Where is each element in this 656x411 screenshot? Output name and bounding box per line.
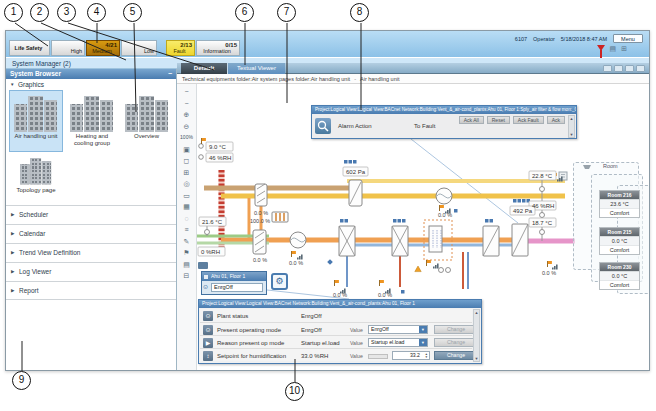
room-name: Room 216 (600, 191, 639, 199)
tab-textual-viewer[interactable]: Textual Viewer (227, 63, 285, 74)
datetime: 5/18/2018 8:47 AM (561, 36, 607, 42)
system-manager-label: System Manager (2) (12, 60, 71, 67)
mode-icon: ▶ (203, 338, 213, 348)
recirc-damper-a-value: 0.0 % (254, 210, 268, 216)
change-button[interactable]: Change (434, 325, 478, 334)
value-label: Value (350, 353, 363, 359)
scroll-down-icon[interactable]: ▼ (570, 132, 574, 137)
lasso-icon[interactable]: ◌ (184, 214, 188, 223)
ack-all-button[interactable]: Ack All (459, 116, 484, 124)
spinner-arrows-icon[interactable]: ▲▼ (425, 353, 428, 359)
flag-icon[interactable]: ⚑ (183, 248, 189, 257)
extract-humidity-value: 0 %RH (201, 249, 220, 255)
extract-fan-speed-value: 0.0 % (289, 260, 303, 266)
property-name: Reason present op mode (217, 340, 284, 346)
minus-icon[interactable]: − (184, 87, 188, 96)
sidebar-item-scheduler[interactable]: ▶Scheduler (6, 205, 176, 224)
select-rect-icon[interactable]: ▭ (183, 191, 190, 200)
setpoint-slider[interactable] (368, 354, 388, 359)
properties-popup-scrollbar[interactable]: ▲▼ (473, 309, 480, 362)
graphics-tile-overview[interactable]: Overview (120, 90, 173, 152)
station-id: 6107 (515, 36, 527, 42)
property-row: ▶ Reason present op mode Startup el.load… (200, 335, 472, 348)
life-safety-button[interactable]: Life Safety (9, 40, 50, 56)
building-icon (125, 94, 169, 132)
pan-icon[interactable]: ⊞ (184, 168, 190, 177)
app-window: Life Safety High 4/21Medium Low 2/13Faul… (5, 30, 650, 371)
magnifier-icon[interactable]: ◎ (183, 179, 189, 188)
graphics-tile-air-handling-unit[interactable]: Air handling unit (9, 90, 63, 152)
fault-alarms-button[interactable]: 2/13Fault (166, 40, 195, 56)
alarm-buttons: Ack All Reset Ack Fault Ack (459, 116, 565, 124)
settings-button[interactable]: ⚙ (271, 273, 288, 290)
layout-icon-4[interactable] (636, 65, 645, 72)
minimize-icon[interactable]: − (168, 69, 172, 79)
alarm-popup-scrollbar[interactable]: ▲▼ (568, 115, 575, 138)
operating-mode-dropdown[interactable]: EnrgOff▾ (368, 325, 428, 334)
dropdown-arrow-icon: ▾ (419, 339, 427, 346)
alarm-state-label: To Fault (414, 123, 435, 129)
event-list-icon[interactable]: ▤ (610, 45, 617, 53)
building-icon (70, 94, 114, 132)
zoom-in-icon[interactable]: ⊕ (184, 110, 190, 119)
layers-icon[interactable]: ≡ (184, 225, 188, 234)
ack-button[interactable]: Ack (547, 116, 565, 124)
document-icon[interactable]: ▤ (183, 260, 190, 269)
graphics-tile-heating-cooling-group[interactable]: Heating and cooling group (65, 90, 119, 152)
panel-layout-icon[interactable]: ⊞ (621, 45, 627, 53)
property-value: 33.0 %RH (301, 353, 328, 359)
zoom-fit-icon[interactable]: ▣ (183, 145, 190, 154)
information-alarms-button[interactable]: 0/15Information (196, 40, 240, 56)
layout-icon-3[interactable] (625, 65, 634, 72)
operating-mode-field[interactable]: EnrgOff (211, 283, 263, 292)
room-mode: Comfort (600, 208, 639, 217)
screenshot-stage: 1 2 3 4 5 6 7 8 9 10 Life Safety High 4/… (0, 0, 656, 411)
sidebar-item-log-viewer[interactable]: ▶Log Viewer (6, 262, 176, 281)
alarm-filter-icon[interactable] (597, 45, 605, 51)
grid-icon[interactable]: ▦ (183, 202, 190, 211)
alarm-source-icon (315, 118, 331, 134)
low-alarms-button[interactable]: Low (121, 40, 157, 56)
alarm-popup-body: Alarm Action To Fault Ack All Reset Ack … (312, 114, 576, 139)
power-icon: ⊙ (203, 311, 213, 321)
scroll-up-icon[interactable]: ▲ (475, 310, 479, 315)
sidebar-item-report[interactable]: ▶Report (6, 281, 176, 300)
plant-control-widget: Ahu 01, Floor 1 ⊙ EnrgOff (201, 271, 267, 295)
tile-label: Overview (121, 132, 172, 140)
graphics-section-header[interactable]: ▼ Graphics (6, 79, 176, 90)
setpoint-spinner[interactable]: 33.2▲▼ (392, 351, 430, 360)
sidebar-item-trend-view-definition[interactable]: ▶Trend View Definition (6, 243, 176, 262)
supply-fan-speed-value: 0.0 % (438, 212, 452, 218)
room-area-label: Room (603, 163, 618, 169)
zoom-selection-icon[interactable]: ◻ (184, 156, 190, 165)
power-icon: ⊙ (203, 325, 213, 335)
menu-button[interactable]: Menu (613, 34, 643, 43)
high-alarms-button[interactable]: High (51, 40, 85, 56)
property-name: Present operating mode (217, 327, 281, 333)
layout-icon-2[interactable] (614, 65, 623, 72)
change-button[interactable]: Change (434, 338, 478, 347)
graphics-tile-topology-page[interactable]: Topology page (9, 155, 63, 203)
edit-icon[interactable]: ✎ (184, 237, 190, 246)
reason-dropdown[interactable]: Startup el.load▾ (368, 338, 428, 347)
tab-default[interactable]: Default (181, 63, 227, 74)
medium-alarms-button[interactable]: 4/21Medium (86, 40, 120, 56)
alarm-popup: Project:Logical View:Logical View:BACnet… (311, 105, 577, 139)
reset-button[interactable]: Reset (487, 116, 510, 124)
ack-fault-button[interactable]: Ack Fault (513, 116, 544, 124)
minus-icon-2[interactable]: − (184, 99, 188, 108)
layout-icon-1[interactable] (603, 65, 612, 72)
tab-bar: Default Textual Viewer (177, 63, 649, 74)
scroll-up-icon[interactable]: ▲ (570, 116, 574, 121)
extract-temp-value: 21.6 °C (202, 219, 223, 225)
scroll-down-icon[interactable]: ▼ (475, 356, 479, 361)
zoom-out-icon[interactable]: ⊖ (184, 122, 190, 131)
sidebar-item-calendar[interactable]: ▶Calendar (6, 224, 176, 243)
gear-icon: ⚙ (275, 276, 283, 286)
room-mode: Comfort (600, 245, 639, 254)
print-icon[interactable]: ⊟ (184, 271, 190, 280)
chevron-right-icon: ▶ (11, 250, 14, 255)
change-button[interactable]: Change (434, 351, 478, 360)
zoom-level-label: 100% (180, 133, 193, 142)
properties-popup-title: Project:Logical View:Logical View:BACnet… (199, 300, 481, 308)
